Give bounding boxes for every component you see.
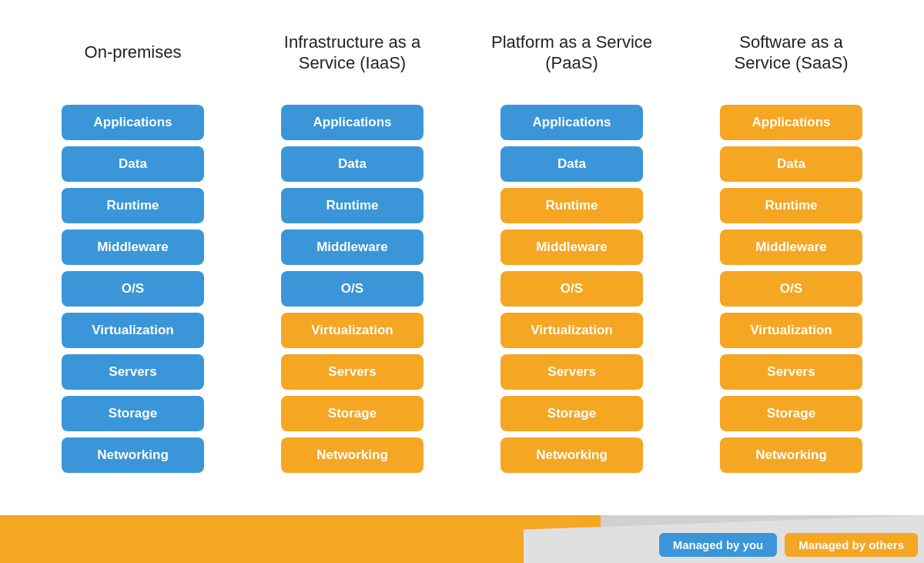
header-on-premises: On-premises bbox=[85, 14, 182, 91]
header-paas: Platform as a Service (PaaS) bbox=[491, 14, 653, 91]
tile-paas-data: Data bbox=[500, 146, 643, 182]
main-container: On-premisesApplicationsDataRuntimeMiddle… bbox=[0, 0, 924, 563]
column-saas: Software as a Service (SaaS)Applications… bbox=[711, 14, 872, 473]
tile-on-premises-applications: Applications bbox=[62, 105, 204, 140]
tile-on-premises-servers: Servers bbox=[62, 354, 204, 390]
tile-on-premises-o-s: O/S bbox=[62, 271, 204, 307]
tile-iaas-data: Data bbox=[281, 146, 424, 182]
tile-saas-runtime: Runtime bbox=[720, 188, 862, 223]
tile-saas-applications: Applications bbox=[720, 105, 862, 140]
tile-iaas-middleware: Middleware bbox=[281, 230, 424, 265]
stack-paas: ApplicationsDataRuntimeMiddlewareO/SVirt… bbox=[500, 105, 643, 473]
tile-paas-virtualization: Virtualization bbox=[500, 313, 643, 348]
legend-container: Managed by you Managed by others bbox=[659, 533, 918, 557]
tile-on-premises-storage: Storage bbox=[62, 396, 204, 431]
tile-paas-networking: Networking bbox=[500, 437, 643, 473]
column-on-premises: On-premisesApplicationsDataRuntimeMiddle… bbox=[52, 14, 214, 473]
header-iaas: Infrastructure as a Service (IaaS) bbox=[272, 14, 434, 91]
stack-iaas: ApplicationsDataRuntimeMiddlewareO/SVirt… bbox=[281, 105, 424, 473]
tile-iaas-virtualization: Virtualization bbox=[281, 313, 424, 348]
tile-on-premises-middleware: Middleware bbox=[62, 230, 204, 265]
tile-saas-networking: Networking bbox=[720, 437, 862, 473]
content-area: On-premisesApplicationsDataRuntimeMiddle… bbox=[0, 0, 924, 515]
tile-iaas-servers: Servers bbox=[281, 354, 424, 390]
stack-saas: ApplicationsDataRuntimeMiddlewareO/SVirt… bbox=[720, 105, 862, 473]
tile-saas-storage: Storage bbox=[720, 396, 862, 431]
tile-saas-servers: Servers bbox=[720, 354, 862, 390]
column-iaas: Infrastructure as a Service (IaaS)Applic… bbox=[272, 14, 434, 473]
column-paas: Platform as a Service (PaaS)Applications… bbox=[491, 14, 653, 473]
bottom-bar: Managed by you Managed by others bbox=[0, 515, 924, 563]
tile-paas-storage: Storage bbox=[500, 396, 643, 431]
tile-saas-virtualization: Virtualization bbox=[720, 313, 862, 348]
bottom-bar-orange-section bbox=[0, 515, 585, 563]
tile-paas-runtime: Runtime bbox=[500, 188, 643, 223]
legend-managed-by-you: Managed by you bbox=[659, 533, 778, 557]
tile-on-premises-networking: Networking bbox=[62, 437, 204, 473]
header-saas: Software as a Service (SaaS) bbox=[711, 14, 872, 91]
tile-on-premises-virtualization: Virtualization bbox=[62, 313, 204, 348]
tile-paas-o-s: O/S bbox=[500, 271, 643, 307]
legend-managed-by-others: Managed by others bbox=[785, 533, 918, 557]
tile-iaas-runtime: Runtime bbox=[281, 188, 424, 223]
tile-iaas-applications: Applications bbox=[281, 105, 424, 140]
tile-on-premises-data: Data bbox=[62, 146, 204, 182]
tile-iaas-networking: Networking bbox=[281, 437, 424, 473]
tile-saas-middleware: Middleware bbox=[720, 230, 862, 265]
tile-saas-data: Data bbox=[720, 146, 862, 182]
stack-on-premises: ApplicationsDataRuntimeMiddlewareO/SVirt… bbox=[62, 105, 204, 473]
tile-iaas-o-s: O/S bbox=[281, 271, 424, 307]
tile-paas-middleware: Middleware bbox=[500, 230, 643, 265]
tile-paas-servers: Servers bbox=[500, 354, 643, 390]
tile-on-premises-runtime: Runtime bbox=[62, 188, 204, 223]
tile-saas-o-s: O/S bbox=[720, 271, 862, 307]
tile-iaas-storage: Storage bbox=[281, 396, 424, 431]
tile-paas-applications: Applications bbox=[500, 105, 643, 140]
